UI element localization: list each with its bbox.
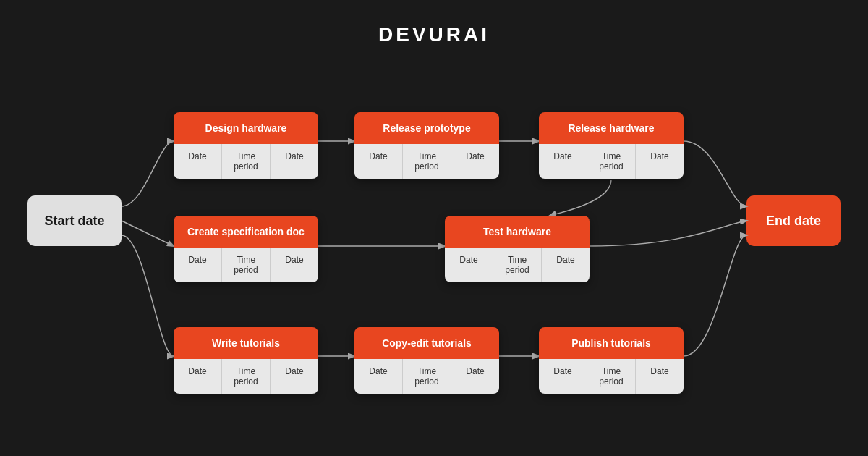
card-body-test-hardware: Date Time period Date xyxy=(445,248,590,282)
task-card-release-prototype: Release prototype Date Time period Date xyxy=(354,112,499,179)
task-card-copy-edit-tutorials: Copy-edit tutorials Date Time period Dat… xyxy=(354,327,499,394)
card-date2-design-hardware: Date xyxy=(271,144,318,179)
card-date1-test-hardware: Date xyxy=(445,248,493,282)
card-date2-write-tutorials: Date xyxy=(271,359,318,394)
card-date1-copy-edit-tutorials: Date xyxy=(354,359,403,394)
task-card-release-hardware: Release hardware Date Time period Date xyxy=(539,112,684,179)
card-body-release-hardware: Date Time period Date xyxy=(539,144,684,179)
start-label: Start date xyxy=(44,214,104,229)
card-date2-release-prototype: Date xyxy=(451,144,499,179)
task-card-design-hardware: Design hardware Date Time period Date xyxy=(174,112,318,179)
card-header-release-hardware: Release hardware xyxy=(539,112,684,144)
card-date2-test-hardware: Date xyxy=(542,248,590,282)
card-period-create-spec: Time period xyxy=(222,248,271,282)
card-header-copy-edit-tutorials: Copy-edit tutorials xyxy=(354,327,499,359)
card-date2-release-hardware: Date xyxy=(636,144,684,179)
end-label: End date xyxy=(766,214,821,229)
card-period-write-tutorials: Time period xyxy=(222,359,271,394)
card-header-test-hardware: Test hardware xyxy=(445,216,590,248)
card-date1-write-tutorials: Date xyxy=(174,359,222,394)
card-body-release-prototype: Date Time period Date xyxy=(354,144,499,179)
card-period-design-hardware: Time period xyxy=(222,144,271,179)
card-date2-copy-edit-tutorials: Date xyxy=(451,359,499,394)
task-card-write-tutorials: Write tutorials Date Time period Date xyxy=(174,327,318,394)
card-period-copy-edit-tutorials: Time period xyxy=(403,359,451,394)
card-header-publish-tutorials: Publish tutorials xyxy=(539,327,684,359)
start-node: Start date xyxy=(27,195,122,246)
task-card-publish-tutorials: Publish tutorials Date Time period Date xyxy=(539,327,684,394)
card-date1-design-hardware: Date xyxy=(174,144,222,179)
card-date1-publish-tutorials: Date xyxy=(539,359,587,394)
logo: DEVURAI xyxy=(378,23,490,46)
card-period-test-hardware: Time period xyxy=(493,248,542,282)
card-body-create-spec: Date Time period Date xyxy=(174,248,318,282)
card-date1-release-hardware: Date xyxy=(539,144,587,179)
card-period-release-prototype: Time period xyxy=(403,144,451,179)
card-header-create-spec: Create specification doc xyxy=(174,216,318,248)
card-body-publish-tutorials: Date Time period Date xyxy=(539,359,684,394)
card-header-write-tutorials: Write tutorials xyxy=(174,327,318,359)
card-body-copy-edit-tutorials: Date Time period Date xyxy=(354,359,499,394)
task-card-test-hardware: Test hardware Date Time period Date xyxy=(445,216,590,282)
card-period-release-hardware: Time period xyxy=(587,144,636,179)
card-body-write-tutorials: Date Time period Date xyxy=(174,359,318,394)
card-body-design-hardware: Date Time period Date xyxy=(174,144,318,179)
end-node: End date xyxy=(746,195,841,246)
card-header-release-prototype: Release prototype xyxy=(354,112,499,144)
card-date2-publish-tutorials: Date xyxy=(636,359,684,394)
card-date1-create-spec: Date xyxy=(174,248,222,282)
task-card-create-spec: Create specification doc Date Time perio… xyxy=(174,216,318,282)
card-period-publish-tutorials: Time period xyxy=(587,359,636,394)
card-date2-create-spec: Date xyxy=(271,248,318,282)
card-date1-release-prototype: Date xyxy=(354,144,403,179)
card-header-design-hardware: Design hardware xyxy=(174,112,318,144)
